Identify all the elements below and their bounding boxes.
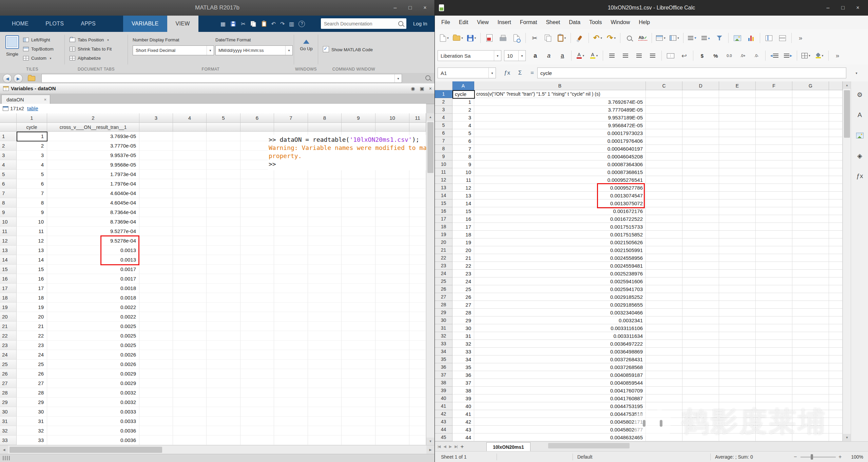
clone-formatting-icon[interactable] (573, 32, 586, 44)
datetime-format-dropdown[interactable]: MM/dd/yyyy HH:mm:ss ▾ (215, 45, 293, 55)
calc-cell[interactable] (719, 153, 756, 160)
matlab-cell[interactable] (240, 179, 274, 189)
matlab-cell[interactable] (308, 331, 342, 341)
calc-cell[interactable] (829, 90, 843, 98)
matlab-cell[interactable]: 0.0025 (47, 331, 139, 341)
calc-cell[interactable]: 0.0016722522 (474, 215, 646, 223)
calc-cell[interactable] (756, 223, 792, 231)
calc-row-header[interactable]: 7 (435, 137, 452, 145)
matlab-cell[interactable] (308, 417, 342, 426)
matlab-cell[interactable] (240, 303, 274, 312)
calc-cell[interactable] (646, 145, 682, 153)
matlab-cell[interactable] (274, 350, 308, 360)
paste-icon[interactable]: ▾ (555, 32, 568, 44)
matlab-cell[interactable] (173, 217, 207, 227)
first-icon[interactable]: |◀ (438, 444, 440, 449)
maximize-button[interactable]: □ (403, 0, 418, 16)
underline-icon[interactable]: a (556, 50, 569, 62)
matlab-row-header[interactable]: 7 (0, 189, 17, 198)
calc-cell[interactable] (829, 160, 843, 168)
calc-cell[interactable] (646, 355, 682, 363)
calc-cell[interactable]: 14 (452, 199, 474, 207)
matlab-column-header[interactable]: 5 (207, 113, 240, 123)
matlab-row-header[interactable]: 30 (0, 407, 17, 417)
matlab-cell[interactable] (207, 255, 240, 265)
borders-icon[interactable]: ▾ (799, 50, 813, 62)
calc-cell[interactable] (719, 293, 756, 301)
matlab-row-header[interactable]: 29 (0, 398, 17, 407)
calc-cell[interactable] (682, 394, 719, 402)
calc-row-header[interactable]: 15 (435, 199, 452, 207)
go-up-button[interactable]: Go Up (297, 37, 315, 51)
matlab-cell[interactable] (173, 369, 207, 379)
calc-cell[interactable] (682, 309, 719, 316)
calc-row-header[interactable]: 31 (435, 324, 452, 332)
calc-cell[interactable]: 0.0045802171 (474, 418, 646, 426)
matlab-cell[interactable] (240, 312, 274, 322)
calc-cell[interactable] (682, 121, 719, 129)
calc-cell[interactable] (646, 277, 682, 285)
matlab-column-header[interactable]: 9 (342, 113, 375, 123)
font-name-combo[interactable]: Liberation Sa ▾ (438, 50, 501, 61)
matlab-cell[interactable] (173, 312, 207, 322)
bold-icon[interactable]: a (528, 50, 542, 62)
calc-row-header[interactable]: 41 (435, 402, 452, 410)
matlab-cell[interactable] (342, 255, 375, 265)
calc-cell[interactable] (792, 324, 829, 332)
calc-cell[interactable]: 0.0017515733 (474, 223, 646, 231)
matlab-cell[interactable] (274, 322, 308, 331)
matlab-cell[interactable]: 19 (17, 303, 47, 312)
matlab-row-header[interactable]: 23 (0, 341, 17, 350)
split-window-icon[interactable] (776, 32, 789, 44)
matlab-row-header[interactable]: 16 (0, 274, 17, 284)
calc-cell[interactable] (792, 254, 829, 262)
matlab-cell[interactable] (375, 379, 409, 388)
matlab-cell[interactable] (274, 360, 308, 369)
matlab-cell[interactable] (207, 227, 240, 236)
matlab-cell[interactable] (409, 227, 426, 236)
calc-cell[interactable]: 0.00017973023 (474, 129, 646, 137)
calc-cell[interactable] (792, 426, 829, 434)
matlab-cell[interactable] (274, 170, 308, 179)
matlab-column-header[interactable]: 2 (47, 113, 139, 123)
new-icon[interactable]: ▾ (438, 32, 451, 44)
calc-cell[interactable] (646, 332, 682, 340)
matlab-cell[interactable] (274, 255, 308, 265)
matlab-cell[interactable] (308, 236, 342, 246)
matlab-cell[interactable] (342, 246, 375, 255)
menu-file[interactable]: File (437, 16, 455, 29)
matlab-row-header[interactable]: 2 (0, 141, 17, 151)
calc-cell[interactable] (646, 137, 682, 145)
delete-decimal-icon[interactable]: .0- (750, 50, 763, 62)
calc-cell[interactable]: 0.00046040197 (474, 145, 646, 153)
calc-cell[interactable]: 18 (452, 231, 474, 238)
calc-cell[interactable] (719, 137, 756, 145)
calc-cell[interactable] (829, 387, 843, 394)
calc-cell[interactable] (682, 363, 719, 371)
matlab-cell[interactable] (375, 341, 409, 350)
matlab-cell[interactable] (139, 255, 173, 265)
calc-cell[interactable] (646, 402, 682, 410)
matlab-cell[interactable] (308, 379, 342, 388)
panel-actions-icon[interactable]: ◉ (411, 86, 415, 91)
matlab-cell[interactable] (409, 369, 426, 379)
calc-cell[interactable] (829, 129, 843, 137)
calc-row-header[interactable]: 28 (435, 301, 452, 309)
calc-row-header[interactable]: 37 (435, 371, 452, 379)
matlab-cell[interactable] (308, 189, 342, 198)
calc-cell[interactable]: 0.0044753518 (474, 410, 646, 418)
matlab-cell[interactable] (240, 360, 274, 369)
calc-cell[interactable] (682, 410, 719, 418)
calc-cell[interactable] (682, 301, 719, 309)
matlab-cell[interactable] (139, 179, 173, 189)
matlab-cell[interactable] (274, 303, 308, 312)
calc-cell[interactable] (719, 340, 756, 348)
matlab-cell[interactable] (274, 379, 308, 388)
calc-row-header[interactable]: 2 (435, 98, 452, 106)
calc-cell[interactable] (792, 121, 829, 129)
matlab-cell[interactable] (207, 198, 240, 208)
calc-cell[interactable] (792, 277, 829, 285)
calc-cell[interactable] (682, 418, 719, 426)
menu-tools[interactable]: Tools (585, 16, 606, 29)
matlab-cell[interactable] (274, 198, 308, 208)
